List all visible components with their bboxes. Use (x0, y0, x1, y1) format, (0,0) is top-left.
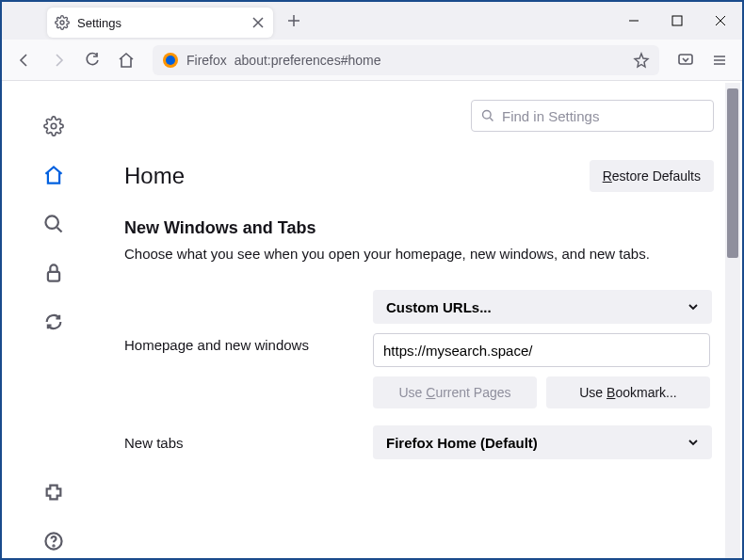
restore-defaults-button[interactable]: Restore Defaults (590, 160, 714, 192)
back-button[interactable] (9, 45, 40, 75)
gear-icon (55, 15, 70, 30)
search-icon (481, 109, 494, 122)
main-content: Home Restore Defaults New Windows and Ta… (105, 81, 742, 558)
titlebar: Settings (2, 2, 742, 40)
tab-title: Settings (77, 16, 243, 30)
chevron-down-icon (687, 437, 699, 448)
homepage-url-input[interactable] (373, 333, 710, 367)
scrollbar-thumb[interactable] (727, 88, 738, 258)
content-area: Home Restore Defaults New Windows and Ta… (2, 81, 742, 558)
sidebar-help[interactable] (37, 524, 71, 558)
find-input[interactable] (502, 108, 704, 124)
use-bookmark-button[interactable]: Use Bookmark... (546, 376, 710, 408)
reload-button[interactable] (77, 45, 107, 75)
chevron-down-icon (687, 301, 699, 312)
svg-point-0 (60, 21, 64, 24)
url-bar[interactable]: Firefox about:preferences#home (153, 45, 659, 75)
toolbar: Firefox about:preferences#home (2, 40, 742, 81)
maximize-button[interactable] (655, 2, 699, 40)
page-title: Home (124, 163, 185, 189)
find-in-settings[interactable] (471, 100, 714, 132)
svg-rect-1 (672, 16, 682, 25)
sidebar-search[interactable] (37, 207, 71, 241)
newtabs-dropdown[interactable]: Firefox Home (Default) (373, 425, 712, 459)
new-tab-button[interactable] (281, 8, 307, 34)
sidebar-privacy[interactable] (37, 256, 71, 290)
section-title: New Windows and Tabs (124, 218, 714, 238)
svg-rect-7 (48, 272, 59, 281)
sidebar-sync[interactable] (37, 305, 71, 339)
svg-point-10 (483, 111, 492, 120)
minimize-button[interactable] (612, 2, 655, 40)
url-identity: Firefox (186, 53, 227, 68)
section-desc: Choose what you see when you open your h… (124, 246, 714, 262)
sidebar-general[interactable] (37, 109, 71, 143)
bookmark-star-icon[interactable] (633, 52, 650, 69)
forward-button[interactable] (43, 45, 73, 75)
sidebar-home[interactable] (37, 158, 71, 192)
svg-rect-4 (679, 55, 692, 64)
pocket-button[interactable] (671, 45, 701, 75)
scrollbar[interactable] (725, 83, 740, 558)
home-button[interactable] (111, 45, 141, 75)
window-controls (612, 2, 742, 40)
menu-button[interactable] (704, 45, 735, 75)
svg-point-3 (166, 56, 175, 65)
close-window-button[interactable] (699, 2, 742, 40)
url-address: about:preferences#home (235, 53, 381, 68)
svg-point-5 (51, 123, 57, 129)
sidebar-extensions[interactable] (37, 475, 71, 509)
homepage-dropdown[interactable]: Custom URLs... (373, 290, 712, 324)
homepage-label: Homepage and new windows (124, 337, 350, 353)
sidebar (2, 81, 105, 558)
dropdown-value: Custom URLs... (386, 299, 492, 315)
close-icon[interactable] (251, 15, 266, 30)
dropdown-value: Firefox Home (Default) (386, 435, 538, 451)
firefox-icon (162, 52, 179, 69)
svg-point-6 (45, 216, 57, 228)
browser-tab[interactable]: Settings (47, 8, 273, 38)
newtabs-label: New tabs (124, 435, 350, 451)
use-current-pages-button[interactable]: Use Current Pages (373, 376, 537, 408)
svg-point-9 (53, 545, 54, 546)
